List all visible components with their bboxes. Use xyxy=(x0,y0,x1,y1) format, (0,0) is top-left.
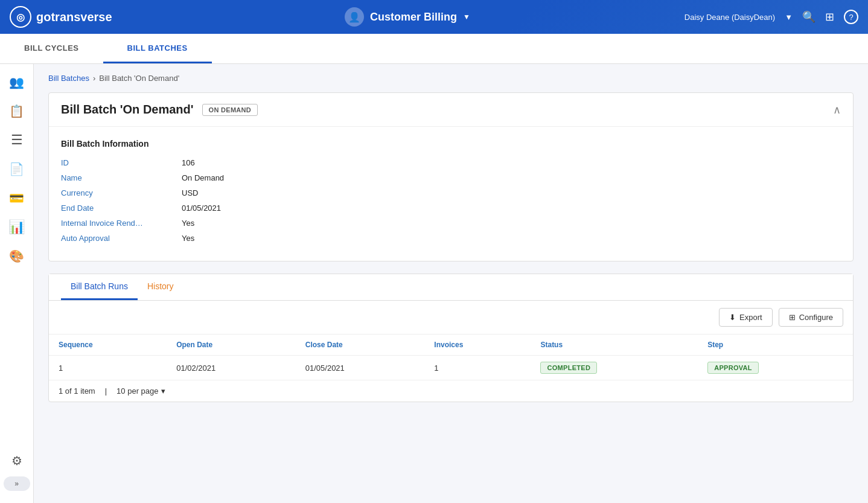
sidebar-item-invoices[interactable]: 📄 xyxy=(4,156,30,182)
info-label-internal-invoice: Internal Invoice Rend… xyxy=(61,219,182,228)
col-status: Status xyxy=(531,335,698,356)
bill-batch-card: Bill Batch 'On Demand' ON DEMAND ∧ Bill … xyxy=(48,92,854,261)
sidebar-item-design[interactable]: 🎨 xyxy=(4,243,30,269)
module-user-icon: 👤 xyxy=(345,7,364,27)
sidebar-item-analytics[interactable]: 📊 xyxy=(4,214,30,240)
info-row-end-date: End Date 01/05/2021 xyxy=(61,203,841,213)
main-layout: 👥 📋 ☰ 📄 💳 📊 🎨 ⚙ » Bill Batches › Bill Ba… xyxy=(0,64,868,503)
cell-status: COMPLETED xyxy=(531,356,698,380)
tab-bill-batches[interactable]: BILL BATCHES xyxy=(103,34,212,63)
cell-step: APPROVAL xyxy=(698,356,853,380)
per-page-label: 10 per page xyxy=(116,386,158,396)
info-value-auto-approval: Yes xyxy=(182,234,194,243)
user-dropdown-arrow[interactable]: ▼ xyxy=(785,13,793,22)
top-nav-right: Daisy Deane (DaisyDean) ▼ 🔍 ⊞ ? xyxy=(685,10,858,24)
info-row-internal-invoice: Internal Invoice Rend… Yes xyxy=(61,219,841,228)
export-label: Export xyxy=(739,313,762,322)
search-icon[interactable]: 🔍 xyxy=(802,10,815,24)
cell-open-date: 01/02/2021 xyxy=(167,356,296,380)
info-label-end-date: End Date xyxy=(61,203,182,213)
sidebar-item-customers[interactable]: 👥 xyxy=(4,69,30,95)
configure-button[interactable]: ⊞ Configure xyxy=(779,308,843,327)
info-row-id: ID 106 xyxy=(61,158,841,167)
card-title-text: Bill Batch 'On Demand' xyxy=(61,103,194,117)
bill-batch-info-section: Bill Batch Information ID 106 Name On De… xyxy=(49,127,853,261)
info-row-auto-approval: Auto Approval Yes xyxy=(61,234,841,243)
export-button[interactable]: ⬇ Export xyxy=(719,308,773,327)
tab-history[interactable]: History xyxy=(138,274,183,300)
info-section-title: Bill Batch Information xyxy=(61,139,841,149)
info-value-internal-invoice: Yes xyxy=(182,219,194,228)
tab-bill-batch-runs[interactable]: Bill Batch Runs xyxy=(61,274,138,300)
info-label-auto-approval: Auto Approval xyxy=(61,234,182,243)
sidebar-item-billing[interactable]: ☰ xyxy=(4,127,30,153)
logo-text: gotransverse xyxy=(36,10,112,24)
on-demand-badge: ON DEMAND xyxy=(202,104,258,116)
per-page-selector[interactable]: 10 per page ▾ xyxy=(116,386,165,396)
inner-tabs: Bill Batch Runs History xyxy=(49,274,853,301)
card-header: Bill Batch 'On Demand' ON DEMAND ∧ xyxy=(49,93,853,127)
sidebar-bottom: ⚙ » xyxy=(4,447,30,496)
cell-close-date: 01/05/2021 xyxy=(296,356,425,380)
info-label-name: Name xyxy=(61,173,182,182)
module-title-area: 👤 Customer Billing ▼ xyxy=(130,7,685,27)
breadcrumb: Bill Batches › Bill Batch 'On Demand' xyxy=(48,74,854,83)
sidebar-item-settings[interactable]: ⚙ xyxy=(4,447,30,474)
col-invoices: Invoices xyxy=(424,335,531,356)
pagination-bar: 1 of 1 item | 10 per page ▾ xyxy=(49,380,853,402)
info-label-currency: Currency xyxy=(61,188,182,197)
table-row: 1 01/02/2021 01/05/2021 1 COMPLETED APPR… xyxy=(49,356,853,380)
tab-bill-cycles[interactable]: BILL CYCLES xyxy=(0,34,103,63)
runs-table: Sequence Open Date Close Date Invoices S… xyxy=(49,335,853,380)
info-row-name: Name On Demand xyxy=(61,173,841,182)
main-tabs-bar: BILL CYCLES BILL BATCHES xyxy=(0,34,868,64)
configure-label: Configure xyxy=(799,313,833,322)
module-title[interactable]: Customer Billing xyxy=(370,11,457,24)
help-icon[interactable]: ? xyxy=(844,10,858,24)
export-icon: ⬇ xyxy=(729,313,736,322)
runs-toolbar: ⬇ Export ⊞ Configure xyxy=(49,301,853,335)
step-badge: APPROVAL xyxy=(707,362,759,374)
pagination-summary: 1 of 1 item xyxy=(59,386,95,396)
sidebar: 👥 📋 ☰ 📄 💳 📊 🎨 ⚙ » xyxy=(0,64,34,503)
pagination-separator: | xyxy=(105,386,107,396)
info-value-end-date: 01/05/2021 xyxy=(182,203,221,213)
info-value-id: 106 xyxy=(182,158,195,167)
col-open-date: Open Date xyxy=(167,335,296,356)
cell-sequence: 1 xyxy=(49,356,167,380)
info-value-currency: USD xyxy=(182,188,198,197)
card-collapse-button[interactable]: ∧ xyxy=(833,103,841,117)
col-close-date: Close Date xyxy=(296,335,425,356)
breadcrumb-separator: › xyxy=(93,74,95,83)
per-page-dropdown-icon: ▾ xyxy=(161,386,165,396)
apps-grid-icon[interactable]: ⊞ xyxy=(825,10,834,24)
card-title-area: Bill Batch 'On Demand' ON DEMAND xyxy=(61,103,258,117)
top-navigation: ◎ gotransverse 👤 Customer Billing ▼ Dais… xyxy=(0,0,868,34)
runs-card: Bill Batch Runs History ⬇ Export ⊞ Confi… xyxy=(48,274,854,402)
breadcrumb-parent[interactable]: Bill Batches xyxy=(48,74,89,83)
module-dropdown-arrow[interactable]: ▼ xyxy=(463,13,470,21)
configure-icon: ⊞ xyxy=(789,313,796,322)
sidebar-item-orders[interactable]: 📋 xyxy=(4,98,30,124)
breadcrumb-current: Bill Batch 'On Demand' xyxy=(99,74,179,83)
cell-invoices: 1 xyxy=(424,356,531,380)
col-sequence: Sequence xyxy=(49,335,167,356)
sidebar-item-payments[interactable]: 💳 xyxy=(4,185,30,211)
logo: ◎ gotransverse xyxy=(10,6,130,28)
status-badge: COMPLETED xyxy=(540,362,597,374)
info-row-currency: Currency USD xyxy=(61,188,841,197)
info-label-id: ID xyxy=(61,158,182,167)
content-area: Bill Batches › Bill Batch 'On Demand' Bi… xyxy=(34,64,868,503)
user-label[interactable]: Daisy Deane (DaisyDean) xyxy=(685,13,775,22)
logo-icon: ◎ xyxy=(10,6,31,28)
col-step: Step xyxy=(698,335,853,356)
info-value-name: On Demand xyxy=(182,173,224,182)
sidebar-expand-button[interactable]: » xyxy=(4,476,30,491)
